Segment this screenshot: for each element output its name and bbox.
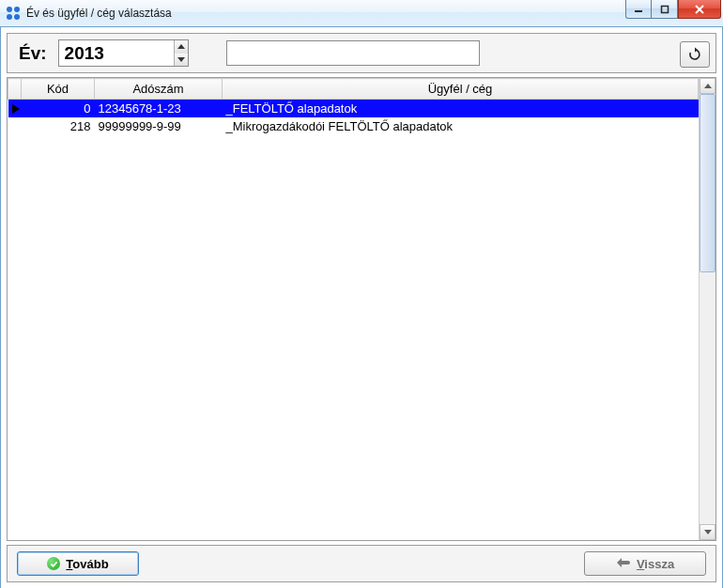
maximize-icon (660, 5, 669, 14)
grid-header-ugyfel[interactable]: Ügyfél / cég (223, 79, 699, 100)
back-button-label: Vissza (637, 557, 674, 571)
year-spinner-up[interactable] (175, 40, 188, 54)
grid-header-adoszam[interactable]: Adószám (95, 79, 223, 100)
back-button[interactable]: Vissza (584, 551, 706, 576)
svg-marker-9 (704, 530, 712, 534)
search-input[interactable] (226, 40, 480, 66)
table-row[interactable]: 21899999999-9-99_Mikrogazdákodói FELTÖLT… (8, 117, 699, 135)
year-label: Év: (19, 43, 47, 64)
close-icon (694, 5, 705, 14)
cell-kod: 0 (22, 100, 95, 118)
year-field (58, 39, 189, 67)
grid-panel: Kód Adószám Ügyfél / cég 012345678-1-23_… (7, 77, 716, 541)
window-title: Év és ügyfél / cég választása (26, 7, 172, 20)
minimize-button[interactable] (625, 0, 652, 19)
chevron-up-icon (704, 84, 712, 88)
scrollbar-thumb[interactable] (700, 94, 715, 272)
cell-adoszam: 12345678-1-23 (95, 100, 223, 118)
data-grid: Kód Adószám Ügyfél / cég 012345678-1-23_… (8, 78, 699, 135)
svg-marker-7 (12, 104, 20, 114)
top-panel: Év: (7, 33, 716, 73)
scrollbar-down-button[interactable] (700, 524, 715, 540)
row-indicator-cell (8, 117, 22, 135)
svg-marker-8 (704, 84, 712, 88)
cell-kod: 218 (22, 117, 95, 135)
svg-marker-5 (177, 57, 185, 62)
next-button-label: Tovább (66, 557, 108, 571)
svg-marker-4 (177, 44, 185, 49)
close-button[interactable] (678, 0, 721, 19)
maximize-button[interactable] (652, 0, 678, 19)
refresh-icon (687, 47, 702, 62)
check-circle-icon (47, 557, 60, 570)
chevron-down-icon (177, 57, 185, 62)
cell-ugyfel: _Mikrogazdákodói FELTÖLTŐ alapadatok (223, 117, 699, 135)
back-arrow-icon (616, 557, 631, 571)
grid-header-indicator[interactable] (8, 79, 22, 100)
year-spinner (174, 40, 188, 66)
next-button[interactable]: Tovább (17, 551, 139, 576)
table-row[interactable]: 012345678-1-23_FELTÖLTŐ alapadatok (8, 100, 699, 118)
grid-header-kod[interactable]: Kód (22, 79, 95, 100)
grid-header-row: Kód Adószám Ügyfél / cég (8, 79, 699, 100)
grid-area[interactable]: Kód Adószám Ügyfél / cég 012345678-1-23_… (8, 78, 699, 540)
svg-rect-1 (661, 6, 668, 12)
title-bar: Év és ügyfél / cég választása (0, 0, 723, 27)
app-icon (6, 6, 21, 21)
cell-adoszam: 99999999-9-99 (95, 117, 223, 135)
current-row-indicator-icon (12, 104, 18, 114)
refresh-button[interactable] (680, 41, 710, 68)
bottom-panel: Tovább Vissza (7, 545, 716, 582)
cell-ugyfel: _FELTÖLTŐ alapadatok (223, 100, 699, 118)
svg-marker-6 (695, 48, 698, 53)
grid-vertical-scrollbar[interactable] (699, 78, 715, 540)
row-indicator-cell (8, 100, 22, 118)
window-buttons (625, 0, 723, 19)
year-input[interactable] (59, 40, 174, 66)
year-spinner-down[interactable] (175, 54, 188, 67)
client-area: Év: (0, 27, 723, 588)
chevron-down-icon (704, 530, 712, 534)
chevron-up-icon (177, 44, 185, 49)
minimize-icon (634, 5, 643, 14)
scrollbar-up-button[interactable] (700, 78, 715, 94)
